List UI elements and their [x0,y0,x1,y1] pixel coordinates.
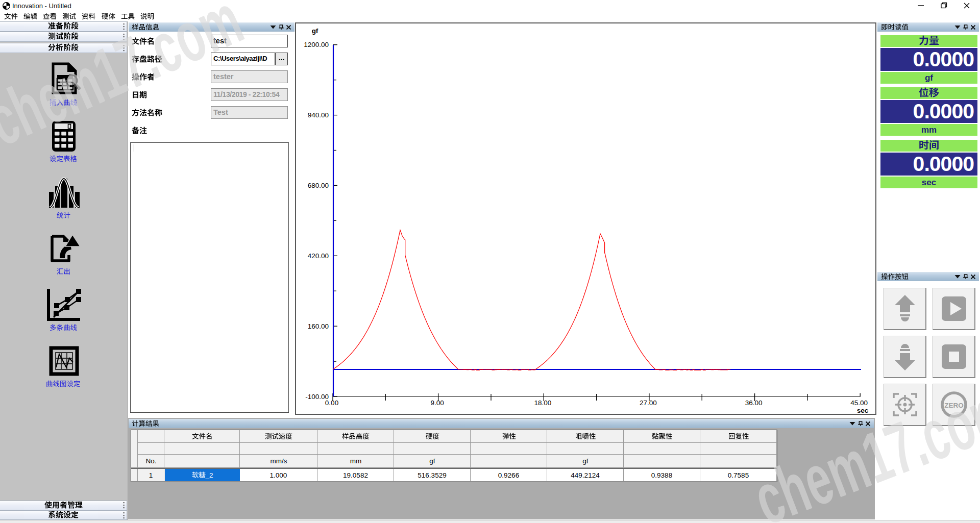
svg-text:45.00: 45.00 [850,399,868,407]
svg-text:1200.00: 1200.00 [304,41,329,48]
svg-text:420.00: 420.00 [308,252,329,260]
svg-text:940.00: 940.00 [308,111,329,119]
svg-text:160.00: 160.00 [308,322,329,330]
svg-text:36.00: 36.00 [745,399,763,407]
svg-text:18.00: 18.00 [534,399,551,407]
svg-text:27.00: 27.00 [640,399,657,407]
svg-text:ZERO: ZERO [944,402,964,409]
svg-text:9.00: 9.00 [430,399,444,407]
svg-text:680.00: 680.00 [308,182,329,189]
svg-text:0.00: 0.00 [325,399,338,407]
svg-text:gf: gf [312,27,318,35]
svg-text:sec: sec [857,407,869,414]
